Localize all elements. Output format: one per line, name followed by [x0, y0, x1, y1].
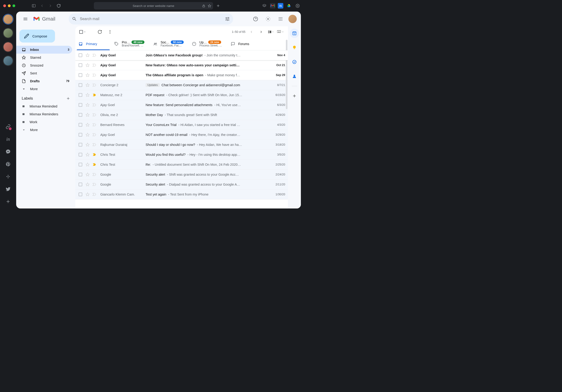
row-checkbox[interactable]	[79, 163, 83, 166]
star-icon[interactable]	[85, 53, 90, 57]
star-icon[interactable]	[85, 83, 90, 87]
twitter-icon[interactable]	[3, 184, 13, 194]
close-window-button[interactable]	[3, 4, 6, 7]
calendar-sidepanel-icon[interactable]: 31	[290, 29, 299, 38]
sidebar-toggle-icon[interactable]	[31, 2, 37, 9]
contacts-sidepanel-icon[interactable]	[290, 72, 299, 81]
nav-item-more[interactable]: More	[16, 85, 72, 93]
settings-icon[interactable]	[263, 14, 273, 24]
maximize-window-button[interactable]	[12, 4, 15, 7]
account-avatar-3[interactable]	[3, 42, 13, 52]
address-bar[interactable]: Search or enter website name	[94, 2, 213, 10]
email-row[interactable]: Chris Test Would you find this useful? -…	[75, 150, 288, 160]
star-icon[interactable]	[85, 182, 90, 187]
star-icon[interactable]	[85, 63, 90, 67]
importance-icon[interactable]	[93, 93, 97, 97]
row-checkbox[interactable]	[79, 113, 83, 117]
row-checkbox[interactable]	[79, 73, 83, 77]
label-item[interactable]: Mixmax Reminded	[16, 102, 75, 110]
add-account-icon[interactable]	[3, 197, 13, 206]
row-checkbox[interactable]	[79, 63, 83, 67]
email-row[interactable]: Ajay Goel New feature: Send personalized…	[75, 100, 288, 110]
keep-sidepanel-icon[interactable]	[290, 43, 299, 52]
importance-icon[interactable]	[93, 54, 97, 57]
row-checkbox[interactable]	[79, 153, 83, 156]
star-icon[interactable]	[85, 123, 90, 127]
star-icon[interactable]	[85, 143, 90, 147]
importance-icon[interactable]	[93, 183, 97, 186]
compose-button[interactable]: Compose	[19, 30, 55, 43]
email-row[interactable]: Olivia, me2 Mother Day - That sounds gre…	[75, 110, 288, 120]
importance-icon[interactable]	[93, 133, 97, 136]
bookmark-star-icon[interactable]	[208, 4, 211, 8]
tab-forums[interactable]: Forums	[228, 37, 267, 50]
email-row[interactable]: Google Security alert - Dialpad was gran…	[75, 179, 288, 190]
star-icon[interactable]	[85, 103, 90, 107]
email-row[interactable]: Ajay Goel New feature: GMass now auto-sa…	[75, 60, 288, 70]
account-avatar-4[interactable]	[3, 56, 13, 66]
row-checkbox[interactable]	[79, 93, 83, 97]
split-view-icon[interactable]	[267, 28, 275, 36]
link-icon[interactable]	[3, 122, 13, 131]
search-input[interactable]	[80, 17, 225, 21]
main-menu-icon[interactable]	[20, 14, 31, 24]
importance-icon[interactable]	[93, 113, 97, 117]
next-page-icon[interactable]	[258, 28, 265, 36]
importance-icon[interactable]	[93, 64, 97, 67]
search-bar[interactable]	[69, 13, 233, 24]
tab-soc[interactable]: Soc…50 newFacebook, Fac…	[150, 37, 189, 50]
get-addons-icon[interactable]	[290, 91, 299, 101]
label-item[interactable]: Work	[16, 118, 75, 126]
email-row[interactable]: Rajkumar Durairaj Should I stay or shoul…	[75, 140, 288, 150]
slack-icon[interactable]	[3, 172, 13, 181]
nav-item-starred[interactable]: Starred	[16, 54, 72, 61]
label-item[interactable]: Mixmax Reminders	[16, 110, 75, 118]
email-row[interactable]: Ajay Goel The GMass affiliate program is…	[75, 70, 288, 80]
calendar-app-icon[interactable]: 31	[278, 3, 283, 9]
star-icon[interactable]	[85, 133, 90, 137]
refresh-icon[interactable]	[96, 28, 104, 36]
email-row[interactable]: Bernard Reeves Your CosmoLex Trial - Hi …	[75, 120, 288, 130]
nav-item-inbox[interactable]: Inbox3	[16, 46, 72, 54]
account-avatar-1[interactable]	[3, 14, 13, 24]
google-drive-icon[interactable]	[286, 2, 292, 9]
gmail-app-icon[interactable]	[270, 3, 275, 9]
row-checkbox[interactable]	[79, 173, 83, 176]
forward-icon[interactable]	[47, 2, 54, 9]
gmail-logo[interactable]: Gmail	[33, 16, 55, 22]
importance-icon[interactable]	[93, 153, 97, 156]
label-item[interactable]: More	[16, 126, 75, 134]
importance-icon[interactable]	[93, 163, 97, 166]
star-icon[interactable]	[85, 163, 90, 167]
row-checkbox[interactable]	[79, 103, 83, 107]
scrollbar[interactable]	[286, 40, 287, 109]
row-checkbox[interactable]	[79, 123, 83, 127]
support-icon[interactable]	[251, 14, 260, 24]
messenger-icon[interactable]	[3, 147, 13, 156]
importance-icon[interactable]	[93, 83, 97, 87]
star-icon[interactable]	[85, 113, 90, 117]
tab-up[interactable]: Up…24 newProcess Street, …	[189, 37, 228, 50]
back-icon[interactable]	[39, 2, 45, 9]
star-icon[interactable]	[85, 93, 90, 97]
tasks-sidepanel-icon[interactable]	[290, 57, 299, 67]
star-icon[interactable]	[85, 172, 90, 177]
add-label-icon[interactable]	[66, 96, 70, 101]
star-icon[interactable]	[85, 153, 90, 157]
email-row[interactable]: Ajay Goel NOT another covid-19 email - H…	[75, 130, 288, 140]
nav-item-snoozed[interactable]: Snoozed	[16, 61, 72, 69]
reload-icon[interactable]	[56, 2, 62, 9]
star-icon[interactable]	[85, 73, 90, 77]
minimize-window-button[interactable]	[8, 4, 11, 7]
profile-avatar[interactable]	[288, 15, 297, 23]
browser-settings-icon[interactable]	[294, 2, 301, 9]
new-tab-icon[interactable]	[215, 2, 221, 9]
importance-icon[interactable]	[93, 193, 97, 196]
email-row[interactable]: Concierge2 Updates Chat between Concierg…	[75, 80, 288, 90]
nav-item-sent[interactable]: Sent	[16, 69, 72, 77]
prev-page-icon[interactable]	[248, 28, 255, 36]
tab-primary[interactable]: Primary	[75, 37, 111, 50]
importance-icon[interactable]	[93, 143, 97, 146]
email-row[interactable]: Google Security alert - Shift was grante…	[75, 170, 288, 179]
email-row[interactable]: Ajay Goel Join GMass's new Facebook grou…	[75, 50, 288, 60]
